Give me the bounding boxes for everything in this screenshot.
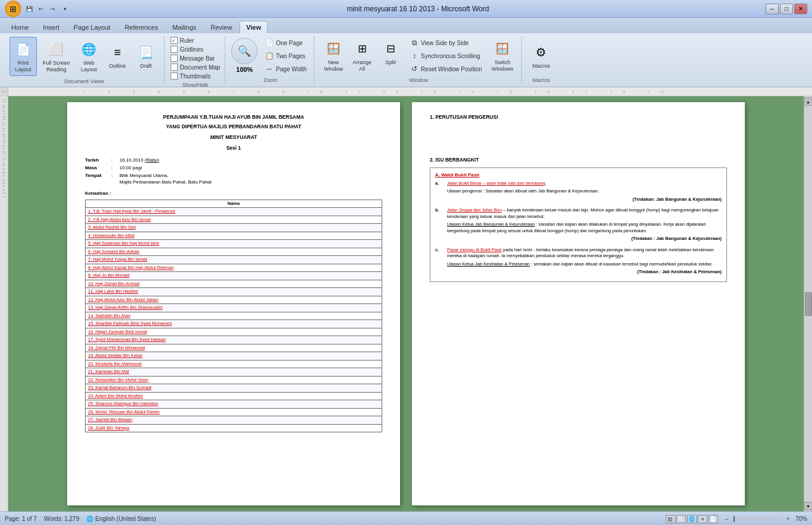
web-view-btn[interactable]: 🌐 [687,515,697,523]
scroll-up-btn[interactable]: ▲ [804,97,813,106]
full-screen-btn[interactable]: ⬜ Full ScreenReading [39,37,74,75]
gridlines-check[interactable]: Gridlines [171,46,221,53]
ruler-v-marks: 1 2 3 4 5 6 7 8 9 10 11 12 13 14 15 16 1… [2,99,6,198]
window-title: minit mesyuarat 16 10 2013 - Microsoft W… [347,5,489,13]
outline-btn[interactable]: ≡ Outline [105,40,131,72]
info-table: Tarikh : 16.10.2013 (Rabu) Masa : 10.00 … [85,157,382,186]
ribbon-content: 📄 PrintLayout ⬜ Full ScreenReading 🌐 Web… [0,33,812,87]
list-item: 20. Mustarfa Bin Mahmood [86,360,382,368]
sync-scroll-label: Synchronous Scrolling [421,53,480,59]
list-item: 5. Haji Sulaiman Bin Haji Mohd Idris [86,240,382,248]
document-pages: PERJUMPAAN Y.B.TUAN HAJI AYUB BIN JAMIL … [8,96,804,511]
draft-btn[interactable]: 📃 Draft [133,40,159,72]
scroll-thumb[interactable] [805,292,812,316]
macros-content: ⚙ Macros [528,37,554,75]
item-c-tindakan: (Tindakan : Jab Kesihatan & Pelesenan) [447,269,722,276]
ruler-checkbox[interactable] [171,37,178,44]
title-bar: ⊞ 💾 ↩ ↪ ▾ minit mesyuarat 16 10 2013 - M… [0,0,812,18]
list-item: 15. Sharifah Fatimah Binti Syed Mohamed [86,320,382,328]
draft-icon: 📃 [137,43,156,62]
macros-btn[interactable]: ⚙ Macros [528,40,554,72]
maximize-btn[interactable]: □ [780,4,793,14]
web-layout-btn[interactable]: 🌐 WebLayout [76,37,102,75]
nama-table: Nama 1. Y.B. Tuan Haji Ayub Bin Jamil - … [85,200,382,433]
page-1: PERJUMPAAN Y.B.TUAN HAJI AYUB BIN JAMIL … [67,102,400,505]
tab-mailings[interactable]: Mailings [166,21,203,33]
view-side-by-side-btn[interactable]: ⧉ View Side by Side [407,37,484,49]
reset-window-btn[interactable]: ↺ Reset Window Position [407,63,484,75]
split-btn[interactable]: ⊟ Split [377,37,404,75]
zoom-in-btn[interactable]: + [783,515,793,523]
list-item: 6. Haji Suhaimi Bin Adnan [86,248,382,256]
zoom-slider-track[interactable] [734,517,781,521]
full-view-btn[interactable]: ⬜ [676,515,686,523]
outline-view-btn[interactable]: ≡ [698,515,707,523]
document-map-checkbox[interactable] [171,64,178,71]
tab-review[interactable]: Review [204,21,238,33]
arrange-all-btn[interactable]: ⊞ ArrangeAll [349,37,375,75]
tab-insert[interactable]: Insert [36,21,66,33]
zoom-btn[interactable]: 🔍 [231,38,257,64]
thumbnails-checkbox[interactable] [171,72,178,80]
zoom-percent[interactable]: 100% [234,65,255,74]
draft-view-btn[interactable]: 📄 [709,515,718,523]
page-width-label: Page Width [276,66,307,72]
print-layout-label: PrintLayout [15,60,31,73]
one-page-label: One Page [276,40,303,46]
list-item: 21. Kamisan Bin Mat [86,368,382,377]
tarikh-value: 16.10.2013 (Rabu) [119,157,159,163]
print-layout-btn[interactable]: 📄 PrintLayout [10,37,37,76]
office-button[interactable]: ⊞ [5,1,21,17]
tab-home[interactable]: Home [5,21,35,33]
list-item: 24. Adam Bin Mohd Ibrahim [86,392,382,400]
switch-windows-label: SwitchWindows [492,59,514,72]
vertical-scrollbar[interactable]: ▲ ▼ [804,96,812,511]
nama-header: Nama [86,200,382,208]
subsection-a: A. Wakil Bukit Pasir [435,172,722,178]
list-item: 28. Zubir Bin Yahaya [86,424,382,432]
print-view-btn[interactable]: ▤ [666,515,675,523]
switch-windows-btn[interactable]: 🪟 SwitchWindows [488,37,517,75]
window-small-btns: ⧉ View Side by Side ↕ Synchronous Scroll… [407,37,484,75]
ruler-check[interactable]: Ruler [171,37,221,44]
two-pages-icon: 📋 [265,51,274,61]
zoom-control: – + 70% [722,515,807,523]
item-a-label: a. [435,181,443,203]
sync-scroll-btn[interactable]: ↕ Synchronous Scrolling [407,50,484,62]
message-bar-checkbox[interactable] [171,55,178,62]
list-item: 12. Haji Abdul Aziz Bin Abdul Jaban [86,296,382,304]
thumbnails-check[interactable]: Thumbnails [171,72,221,80]
item-a-ulasan: Ulasan pengerusi : Siasatan akan dibuat … [447,188,722,195]
save-quick-btn[interactable]: 💾 [24,4,34,14]
tempat-value: Bilik Mesyuarat Utama,Majlis Perbandaran… [119,172,212,185]
window-controls: – □ ✕ [766,4,807,14]
tempat-label: Tempat [85,172,109,185]
item-c-label: c. [435,247,443,276]
print-layout-icon: 📄 [14,40,33,59]
message-bar-check[interactable]: Message Bar [171,55,221,62]
two-pages-btn[interactable]: 📋 Two Pages [262,50,309,62]
list-item: 3. Abdul Rashid Bin Seli [86,224,382,232]
zoom-out-btn[interactable]: – [722,515,731,523]
tab-view[interactable]: View [240,21,267,33]
document-map-check[interactable]: Document Map [171,64,221,71]
list-item: 7. Haji Mohd Yuspa Bin Ismail [86,256,382,264]
page-width-btn[interactable]: ↔ Page Width [262,63,309,75]
tab-page-layout[interactable]: Page Layout [67,21,117,33]
list-item: 14. Saifuldin Bin Atan [86,312,382,320]
horizontal-ruler: ⌐ ·1·2·3·4·5·6·7·8·9·10·11·12·13·14·15·1… [0,87,812,96]
item-a-title: Jalan Bukit Besar – jalan tidak rata dan… [447,181,722,187]
new-window-btn[interactable]: 🪟 NewWindow [320,37,347,75]
undo-quick-btn[interactable]: ↩ [36,4,46,14]
one-page-btn[interactable]: 📄 One Page [262,37,309,49]
ribbon-tabs: Home Insert Page Layout References Maili… [0,18,812,33]
redo-quick-btn[interactable]: ↪ [48,4,58,14]
gridlines-checkbox[interactable] [171,46,178,53]
close-btn[interactable]: ✕ [794,4,807,14]
arrange-all-icon: ⊞ [353,39,372,58]
scroll-down-btn[interactable]: ▼ [804,502,813,510]
two-pages-label: Two Pages [276,53,305,59]
tab-references[interactable]: References [118,21,165,33]
minimize-btn[interactable]: – [766,4,779,14]
dropdown-quick-btn[interactable]: ▾ [59,4,70,14]
